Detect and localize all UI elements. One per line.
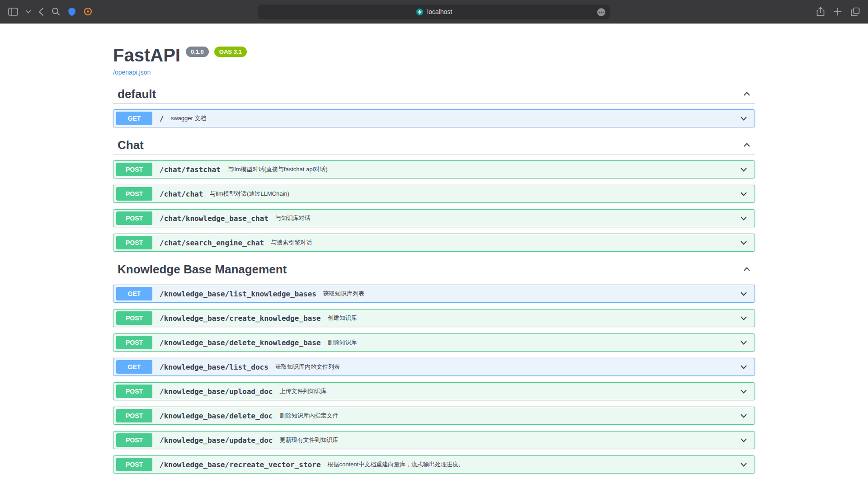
method-badge: GET (116, 112, 152, 125)
operation-post-chat-chat[interactable]: POST/chat/chat与llm模型对话(通过LLMChain) (113, 185, 755, 203)
operation-path: / (160, 114, 164, 123)
expand-arrow-icon[interactable] (739, 114, 748, 123)
api-info: FastAPI 0.1.0 OAS 3.1 /openapi.json (113, 45, 755, 76)
operation-post-knowledge_base-update_doc[interactable]: POST/knowledge_base/update_doc更新现有文件到知识库 (113, 431, 755, 449)
operation-description: 更新现有文件到知识库 (279, 436, 338, 444)
expand-arrow-icon[interactable] (739, 165, 748, 174)
section-title: Chat (118, 139, 144, 151)
oas-badge: OAS 3.1 (214, 47, 247, 57)
method-badge: POST (116, 433, 152, 447)
expand-arrow-icon[interactable] (739, 436, 748, 445)
operation-post-chat-search_engine_chat[interactable]: POST/chat/search_engine_chat与搜索引擎对话 (113, 234, 755, 252)
operation-path: /chat/fastchat (160, 165, 221, 174)
operation-description: 创建知识库 (327, 314, 357, 322)
method-badge: POST (116, 163, 152, 176)
operation-path: /knowledge_base/delete_knowledge_base (160, 338, 321, 347)
version-badge: 0.1.0 (186, 47, 209, 57)
operation-path: /knowledge_base/update_doc (160, 436, 273, 445)
operation-post-knowledge_base-delete_knowledge_base[interactable]: POST/knowledge_base/delete_knowledge_bas… (113, 333, 755, 352)
operation-path: /chat/knowledge_base_chat (160, 214, 269, 223)
operation-post-knowledge_base-create_knowledge_base[interactable]: POST/knowledge_base/create_knowledge_bas… (113, 309, 755, 327)
expand-arrow-icon[interactable] (739, 460, 748, 469)
collapse-arrow-icon[interactable] (742, 141, 751, 150)
tab-overview-icon[interactable] (851, 7, 860, 16)
browser-toolbar: localhost (0, 0, 868, 23)
operation-get-knowledge_base-list_docs[interactable]: GET/knowledge_base/list_docs获取知识库内的文件列表 (113, 358, 755, 376)
sidebar-toggle-icon[interactable] (8, 8, 18, 16)
api-section-chat: ChatPOST/chat/fastchat与llm模型对话(直接与fastch… (113, 136, 755, 252)
operation-post-knowledge_base-delete_doc[interactable]: POST/knowledge_base/delete_doc删除知识库内指定文件 (113, 407, 755, 425)
api-section-knowledge-base-management: Knowledge Base ManagementGET/knowledge_b… (113, 260, 755, 474)
operation-path: /knowledge_base/list_knowledge_bases (160, 290, 316, 298)
expand-arrow-icon[interactable] (739, 411, 748, 420)
expand-arrow-icon[interactable] (739, 387, 748, 396)
sections-container: defaultGET/swagger 文档ChatPOST/chat/fastc… (113, 84, 755, 474)
expand-arrow-icon[interactable] (739, 338, 748, 347)
operation-path: /knowledge_base/create_knowledge_base (160, 314, 321, 323)
back-icon[interactable] (38, 7, 44, 16)
operation-description: 获取知识库内的文件列表 (275, 363, 340, 371)
operation-post-knowledge_base-upload_doc[interactable]: POST/knowledge_base/upload_doc上传文件到知识库 (113, 382, 755, 400)
operation-description: 删除知识库 (327, 338, 357, 347)
operation-description: 获取知识库列表 (323, 290, 364, 298)
orange-extension-circle-icon[interactable] (84, 7, 92, 16)
method-badge: POST (116, 187, 152, 201)
new-tab-icon[interactable] (834, 8, 842, 16)
operation-path: /knowledge_base/delete_doc (160, 412, 273, 420)
operation-description: 上传文件到知识库 (279, 387, 326, 395)
operation-description: swagger 文档 (171, 114, 207, 122)
collapse-arrow-icon[interactable] (742, 265, 751, 274)
api-title-text: FastAPI (113, 45, 180, 65)
expand-arrow-icon[interactable] (739, 189, 748, 198)
operation-path: /knowledge_base/upload_doc (160, 387, 273, 396)
method-badge: POST (116, 409, 152, 422)
method-badge: POST (116, 311, 152, 325)
api-section-default: defaultGET/swagger 文档 (113, 84, 755, 127)
method-badge: POST (116, 336, 152, 349)
expand-arrow-icon[interactable] (739, 214, 748, 223)
section-title: Knowledge Base Management (118, 263, 287, 275)
method-badge: GET (116, 287, 152, 300)
operation-post-chat-fastchat[interactable]: POST/chat/fastchat与llm模型对话(直接与fastchat a… (113, 160, 755, 178)
operation-post-knowledge_base-recreate_vector_store[interactable]: POST/knowledge_base/recreate_vector_stor… (113, 455, 755, 474)
operation-path: /chat/search_engine_chat (160, 239, 264, 247)
url-text: localhost (427, 8, 452, 15)
expand-arrow-icon[interactable] (739, 289, 748, 298)
section-header[interactable]: default (113, 84, 755, 104)
operation-description: 根据content中文档重建向量库，流式输出处理进度。 (327, 460, 464, 469)
operation-get-root[interactable]: GET/swagger 文档 (113, 109, 755, 127)
sidebar-chevron-down-icon[interactable] (26, 10, 31, 14)
section-header[interactable]: Chat (113, 136, 755, 155)
more-options-icon[interactable] (597, 8, 606, 17)
section-header[interactable]: Knowledge Base Management (113, 260, 755, 279)
address-bar[interactable]: localhost (258, 4, 610, 19)
expand-arrow-icon[interactable] (739, 238, 748, 247)
api-title: FastAPI 0.1.0 OAS 3.1 (113, 45, 755, 65)
operation-post-chat-knowledge_base_chat[interactable]: POST/chat/knowledge_base_chat与知识库对话 (113, 209, 755, 227)
operation-path: /knowledge_base/list_docs (160, 363, 269, 371)
share-icon[interactable] (816, 7, 825, 17)
operation-description: 与搜索引擎对话 (271, 239, 312, 247)
blue-extension-shield-icon[interactable] (68, 7, 76, 16)
swagger-ui-page: FastAPI 0.1.0 OAS 3.1 /openapi.json defa… (0, 23, 868, 488)
operation-path: /knowledge_base/recreate_vector_store (160, 460, 321, 469)
method-badge: POST (116, 211, 152, 225)
openapi-link[interactable]: /openapi.json (113, 69, 151, 76)
operation-description: 删除知识库内指定文件 (279, 412, 338, 420)
operation-get-knowledge_base-list_knowledge_bases[interactable]: GET/knowledge_base/list_knowledge_bases获… (113, 285, 755, 303)
method-badge: GET (116, 360, 152, 374)
section-title: default (118, 88, 156, 100)
operation-description: 与llm模型对话(通过LLMChain) (210, 190, 289, 198)
expand-arrow-icon[interactable] (739, 362, 748, 371)
search-icon[interactable] (52, 7, 60, 16)
site-favicon-lightning-icon (416, 8, 424, 16)
expand-arrow-icon[interactable] (739, 314, 748, 323)
operation-path: /chat/chat (160, 190, 203, 198)
method-badge: POST (116, 458, 152, 471)
method-badge: POST (116, 236, 152, 249)
operation-description: 与llm模型对话(直接与fastchat api对话) (227, 165, 328, 174)
operation-description: 与知识库对话 (275, 214, 311, 222)
method-badge: POST (116, 385, 152, 398)
collapse-arrow-icon[interactable] (742, 89, 751, 99)
